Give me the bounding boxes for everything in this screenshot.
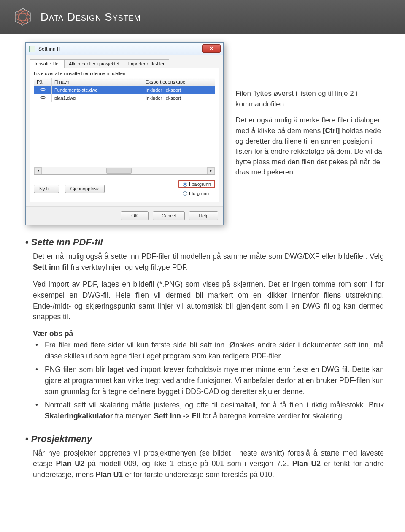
radio-background[interactable]: I bakgrunn xyxy=(183,182,211,187)
section-heading: Prosjektmeny xyxy=(25,434,384,445)
col-on[interactable]: På xyxy=(34,78,52,86)
cell-export: Inkluder i eksport xyxy=(143,94,215,102)
section-prosjektmeny: Prosjektmeny Når nye prosjekter opprette… xyxy=(25,434,384,481)
tab-imported-ifc[interactable]: Importerte Ifc-filer xyxy=(124,59,169,68)
side-p1: Filen flyttes øverst i listen og til lin… xyxy=(235,89,384,109)
scroll-thumb[interactable] xyxy=(106,168,132,174)
scroll-left-icon[interactable]: ◂ xyxy=(34,167,42,174)
svg-marker-0 xyxy=(15,8,30,25)
side-p2: Det er også mulig å merke flere filer i … xyxy=(235,115,384,178)
radio-label: I bakgrunn xyxy=(189,182,211,187)
cancel-button[interactable]: Cancel xyxy=(153,211,185,220)
col-export[interactable]: Eksport egenskaper xyxy=(143,78,215,86)
section-pdf: Sette inn PDF-fil Det er nå mulig også å… xyxy=(25,237,384,422)
cell-export: Inkluder i eksport xyxy=(143,86,215,94)
body-paragraph: Det er nå mulig også å sette inn PDF-fil… xyxy=(33,251,384,273)
notes-list: Fra filer med flere sider vil kun første… xyxy=(33,340,384,421)
radio-label: I forgrunn xyxy=(189,191,209,196)
note-heading: Vær obs på xyxy=(33,329,384,338)
list-item: Normalt sett vil skalering måtte justere… xyxy=(33,400,384,422)
eye-icon xyxy=(37,87,49,92)
scroll-right-icon[interactable]: ▸ xyxy=(207,167,215,174)
new-file-button[interactable]: Ny fil... xyxy=(34,185,59,193)
body-paragraph: Når nye prosjekter opprettes vil prosjek… xyxy=(33,448,384,481)
tab-strip: Innsatte filer Alle modeller i prosjekte… xyxy=(30,59,219,68)
eye-icon xyxy=(37,95,49,100)
horizontal-scrollbar[interactable]: ◂ ▸ xyxy=(34,167,215,174)
tab-inserted-files[interactable]: Innsatte filer xyxy=(30,59,65,68)
help-button[interactable]: Help xyxy=(189,211,218,220)
dialog-screenshot: Sett inn fil ✕ Innsatte filer Alle model… xyxy=(25,42,224,225)
app-icon xyxy=(29,46,35,52)
background-radio-highlight: I bakgrunn xyxy=(178,180,215,188)
close-icon[interactable]: ✕ xyxy=(202,44,221,53)
col-filename[interactable]: Filnavn xyxy=(52,78,143,86)
file-grid: På Filnavn Eksport egenskaper Fundamentp… xyxy=(34,78,215,175)
ok-button[interactable]: OK xyxy=(121,211,148,220)
dialog-title: Sett inn fil xyxy=(38,46,61,52)
body-paragraph: Ved import av PDF, lages en bildefil (*.… xyxy=(33,279,384,323)
table-row[interactable]: plan1.dwg Inkluder i eksport xyxy=(34,94,215,102)
radio-dot-icon xyxy=(183,191,187,196)
page-header: Data Design System xyxy=(0,0,405,34)
section-heading: Sette inn PDF-fil xyxy=(25,237,384,248)
tab-all-models[interactable]: Alle modeller i prosjektet xyxy=(64,59,124,68)
list-item: PNG filen som blir laget ved import krev… xyxy=(33,364,384,397)
list-item: Fra filer med flere sider vil kun første… xyxy=(33,340,384,362)
brand-title: Data Design System xyxy=(40,11,141,24)
radio-dot-icon xyxy=(183,182,187,187)
side-paragraphs: Filen flyttes øverst i listen og til lin… xyxy=(235,42,384,178)
list-label: Liste over alle innsatte filer i denne m… xyxy=(34,71,215,76)
brand-logo-icon xyxy=(13,7,33,27)
refresh-button[interactable]: Gjennoppfrisk xyxy=(65,185,105,193)
table-row[interactable]: Fundamentplate.dwg Inkluder i eksport xyxy=(34,86,215,94)
cell-filename: plan1.dwg xyxy=(52,94,143,102)
dialog-titlebar: Sett inn fil ✕ xyxy=(26,43,223,55)
cell-filename: Fundamentplate.dwg xyxy=(52,86,143,94)
radio-foreground[interactable]: I forgrunn xyxy=(183,191,209,196)
